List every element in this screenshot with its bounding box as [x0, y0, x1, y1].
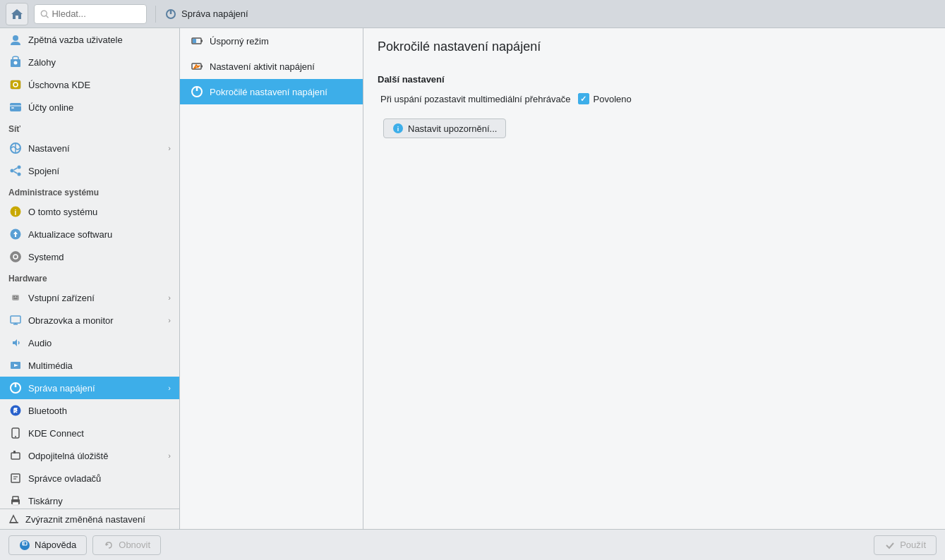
sidebar-bottom-label: Zvýraznit změněná nastavení: [25, 514, 145, 525]
power-icon: [164, 8, 177, 20]
removable-storage-icon: [8, 449, 23, 463]
sidebar-item-odpojitelna[interactable]: Odpojitelná úložiště ›: [0, 444, 179, 467]
sidebar-item-label: Tiskárny: [28, 496, 171, 506]
checkbox-label: Povoleno: [594, 94, 632, 104]
power-management-icon: [8, 381, 23, 395]
svg-line-18: [14, 168, 18, 170]
sidebar-item-label: Zpětná vazba uživatele: [28, 35, 171, 45]
sidebar-item-multimedia[interactable]: Multimédia: [0, 354, 179, 377]
help-button[interactable]: Nápověda: [8, 535, 87, 555]
driver-manager-icon: [8, 471, 23, 485]
sidebar-item-uschovna[interactable]: Úschovna KDE: [0, 73, 179, 96]
audio-icon: [8, 336, 23, 350]
multimedia-icon: [8, 358, 23, 372]
svg-marker-62: [106, 543, 109, 546]
bottom-bar: Nápověda Obnovit Použít: [0, 529, 945, 560]
sidebar-item-zalohy[interactable]: Zálohy: [0, 51, 179, 73]
sidebar-item-ucty-online[interactable]: Účty online: [0, 96, 179, 118]
svg-text:i: i: [397, 126, 399, 133]
arrow-icon: ›: [168, 384, 171, 392]
sidebar-bottom-highlight[interactable]: Zvýraznit změněná nastavení: [0, 509, 179, 529]
sidebar-item-label: Spojení: [28, 166, 171, 176]
kde-connect-icon: [8, 426, 23, 440]
svg-rect-29: [11, 316, 20, 323]
input-devices-icon: [8, 291, 23, 305]
sidebar-item-tiskarny[interactable]: Tiskárny: [0, 489, 179, 509]
svg-point-17: [18, 173, 21, 176]
arrow-icon: ›: [168, 451, 171, 460]
detail-row-multimedia: Při uspání pozastavit multimediální přeh…: [378, 93, 931, 104]
sidebar-item-o-tomto[interactable]: i O tomto systému: [0, 200, 179, 223]
backup-icon: [8, 55, 23, 69]
submenu-item-aktivit-napajeni[interactable]: Nastavení aktivit napájení: [180, 54, 363, 79]
network-settings-icon: [8, 141, 23, 155]
apply-button-label: Použít: [900, 540, 926, 550]
sidebar-item-kde-connect[interactable]: KDE Connect: [0, 422, 179, 444]
submenu-item-pokrocile[interactable]: Pokročilé nastavení napájení: [180, 79, 363, 104]
sidebar-item-zpetna-vazba[interactable]: Zpětná vazba uživatele: [0, 28, 179, 51]
sidebar-section-hardware: Hardware: [0, 268, 179, 286]
sidebar-section-admin: Administrace systému: [0, 182, 179, 200]
about-system-icon: i: [8, 205, 23, 219]
sidebar-item-label: O tomto systému: [28, 207, 171, 217]
systemd-icon: [8, 250, 23, 264]
bluetooth-icon: [8, 403, 23, 418]
sidebar-item-sprava-napajeni[interactable]: Správa napájení ›: [0, 377, 179, 399]
svg-rect-41: [11, 474, 20, 482]
help-icon: [19, 540, 30, 551]
svg-rect-27: [16, 296, 18, 298]
svg-rect-8: [11, 80, 20, 89]
svg-rect-61: [23, 542, 25, 545]
sidebar-item-label: Multimédia: [28, 360, 171, 371]
svg-rect-12: [11, 107, 14, 109]
svg-rect-53: [201, 66, 203, 68]
arrow-icon: ›: [168, 316, 171, 324]
breadcrumb-text: Správa napájení: [181, 8, 248, 19]
sidebar-section-sit: Síť: [0, 118, 179, 137]
svg-point-23: [11, 252, 21, 262]
arrow-icon: ›: [168, 293, 171, 302]
sidebar-item-audio[interactable]: Audio: [0, 331, 179, 354]
detail-row-label: Při uspání pozastavit multimediální přeh…: [380, 94, 571, 104]
printers-icon: [8, 494, 23, 508]
search-input[interactable]: [52, 8, 140, 19]
sidebar-item-label: Úschovna KDE: [28, 80, 171, 90]
separator: [155, 6, 156, 23]
svg-line-19: [14, 171, 18, 174]
reset-button[interactable]: Obnovit: [92, 535, 161, 555]
sidebar-item-vstupni[interactable]: Vstupní zařízení ›: [0, 286, 179, 309]
reset-icon: [103, 540, 114, 551]
svg-point-7: [14, 61, 18, 65]
submenu-item-usp-rezim[interactable]: Úsporný režim: [180, 28, 363, 54]
sidebar-item-obrazovka[interactable]: Obrazovka a monitor ›: [0, 309, 179, 331]
svg-point-38: [15, 436, 16, 437]
sidebar-item-systemd[interactable]: Systemd: [0, 245, 179, 268]
sidebar-item-label: Audio: [28, 338, 171, 348]
sidebar-item-label: Účty online: [28, 102, 171, 113]
info-icon: i: [392, 123, 404, 134]
sidebar-item-spravce-ovladacu[interactable]: Správce ovladačů: [0, 467, 179, 489]
sidebar-item-bluetooth[interactable]: Bluetooth: [0, 399, 179, 422]
software-update-icon: [8, 227, 23, 241]
connections-icon: [8, 164, 23, 178]
sidebar-item-spojeni[interactable]: Spojení: [0, 159, 179, 182]
user-feedback-icon: [8, 32, 23, 47]
sidebar-item-label: Odpojitelná úložiště: [28, 451, 162, 461]
svg-point-15: [11, 169, 14, 173]
home-button[interactable]: [6, 3, 28, 25]
btn-notify-area: i Nastavit upozornění...: [378, 113, 931, 138]
svg-rect-40: [13, 451, 16, 454]
svg-point-16: [18, 166, 21, 169]
power-advanced-icon: [190, 85, 204, 99]
sidebar-item-nastaveni[interactable]: Nastavení ›: [0, 137, 179, 159]
arrow-icon: ›: [168, 144, 171, 152]
svg-marker-0: [11, 9, 23, 19]
notify-settings-button[interactable]: i Nastavit upozornění...: [383, 118, 506, 138]
help-button-label: Nápověda: [35, 540, 76, 550]
apply-button[interactable]: Použít: [874, 535, 937, 555]
sidebar-item-aktualizace[interactable]: Aktualizace softwaru: [0, 223, 179, 245]
battery-save-icon: [190, 34, 204, 48]
multimedia-pause-checkbox[interactable]: [578, 93, 589, 104]
search-box: [34, 4, 147, 24]
sidebar-item-label: Systemd: [28, 252, 171, 262]
